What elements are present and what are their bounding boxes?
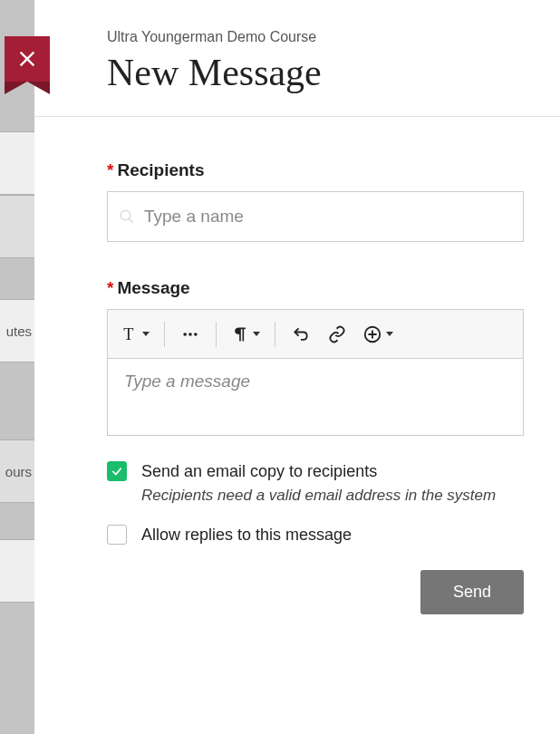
background-sidebar [0, 0, 34, 734]
allow-replies-label: Allow replies to this message [141, 525, 352, 545]
close-icon [17, 49, 37, 69]
svg-text:T: T [123, 325, 133, 343]
toolbar-separator [216, 322, 217, 347]
bg-row [0, 195, 34, 258]
svg-point-0 [121, 210, 130, 220]
bg-row [0, 131, 34, 195]
circle-plus-icon [362, 324, 382, 344]
undo-icon [291, 325, 311, 343]
paragraph-menu[interactable] [226, 318, 266, 351]
new-message-panel: Ultra Youngerman Demo Course New Message… [34, 0, 560, 734]
email-copy-hint: Recipients need a valid email address in… [141, 487, 524, 505]
email-copy-option: Send an email copy to recipients [107, 461, 524, 481]
bg-row [0, 539, 34, 603]
svg-point-2 [183, 333, 187, 336]
chevron-down-icon [253, 332, 260, 336]
panel-header: Ultra Youngerman Demo Course New Message [34, 0, 560, 117]
chevron-down-icon [142, 332, 150, 336]
check-icon [111, 465, 123, 478]
bg-row: ours [0, 439, 34, 503]
insert-menu[interactable] [357, 318, 399, 351]
chevron-down-icon [386, 332, 393, 336]
svg-point-3 [188, 333, 192, 336]
page-title: New Message [107, 51, 524, 94]
required-indicator: * [107, 278, 113, 297]
send-button[interactable]: Send [420, 570, 524, 614]
more-options-menu[interactable] [174, 318, 207, 351]
form-area: *Recipients *Message T [34, 117, 560, 633]
allow-replies-checkbox[interactable] [107, 525, 127, 545]
recipients-label: *Recipients [107, 160, 524, 180]
text-style-menu[interactable]: T [115, 318, 155, 351]
link-icon [327, 325, 347, 343]
message-textarea[interactable]: Type a message [108, 359, 523, 435]
close-button[interactable] [5, 36, 50, 82]
recipients-input[interactable] [144, 207, 512, 227]
message-label: *Message [107, 278, 524, 298]
editor-toolbar: T [108, 310, 523, 359]
svg-point-4 [194, 333, 198, 336]
text-style-icon: T [121, 325, 139, 343]
ellipsis-icon [180, 325, 200, 343]
recipients-field-wrap[interactable] [107, 191, 524, 242]
email-copy-label: Send an email copy to recipients [141, 461, 377, 481]
link-button[interactable] [321, 318, 353, 351]
message-editor: T [107, 309, 524, 436]
bg-row: utes [0, 299, 34, 362]
close-ribbon-decoration [5, 82, 50, 94]
undo-button[interactable] [285, 318, 317, 351]
required-indicator: * [107, 160, 113, 179]
allow-replies-option: Allow replies to this message [107, 525, 524, 545]
message-placeholder: Type a message [124, 372, 250, 391]
email-copy-checkbox[interactable] [107, 461, 127, 481]
toolbar-separator [275, 322, 275, 347]
course-name: Ultra Youngerman Demo Course [107, 29, 524, 45]
search-icon [119, 208, 135, 225]
actions-row: Send [107, 570, 524, 614]
toolbar-separator [164, 322, 165, 347]
pilcrow-icon [231, 325, 249, 343]
